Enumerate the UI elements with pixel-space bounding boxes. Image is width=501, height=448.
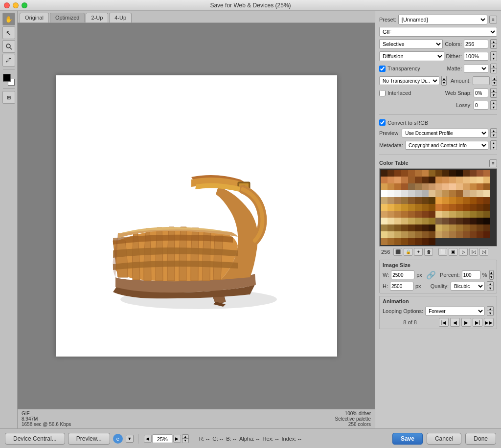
ct-lock-btn[interactable]: 🔒 [404,248,412,256]
color-cell[interactable] [422,170,429,177]
color-cell[interactable] [401,238,408,245]
color-cell[interactable] [470,224,477,231]
cancel-button[interactable]: Cancel [427,433,461,445]
color-cell[interactable] [429,197,435,204]
color-cell[interactable] [483,224,490,231]
color-cell[interactable] [415,170,422,177]
zoom-spinner[interactable]: ▲ ▼ [182,434,189,443]
color-cell[interactable] [401,190,408,197]
color-cell[interactable] [449,231,456,238]
ct-btn4[interactable]: |◁ [469,248,478,256]
anim-first-btn[interactable]: |◀ [439,318,449,327]
color-cell[interactable] [394,224,401,231]
color-cell[interactable] [449,204,456,211]
ct-new-btn[interactable]: + [414,248,423,256]
anim-last-btn[interactable]: ▶▶ [484,318,494,327]
color-cell[interactable] [415,177,422,183]
color-cell[interactable] [470,211,477,218]
color-cell[interactable] [422,238,429,245]
color-cell[interactable] [422,204,429,211]
color-cell[interactable] [429,177,435,183]
quality-up[interactable]: ▲ [487,282,493,286]
color-cell[interactable] [387,170,394,177]
color-cell[interactable] [463,231,470,238]
select-tool[interactable]: ↖ [2,26,15,39]
format-select[interactable]: GIF [379,27,497,37]
color-cell[interactable] [470,197,477,204]
ct-delete-btn[interactable]: 🗑 [424,248,433,256]
color-cell[interactable] [483,177,490,183]
color-cell[interactable] [429,218,435,224]
color-cell[interactable] [387,224,394,231]
color-cell[interactable] [429,231,435,238]
color-cell[interactable] [456,231,463,238]
color-cell[interactable] [401,231,408,238]
color-cell[interactable] [442,197,449,204]
color-cell[interactable] [415,238,422,245]
height-input[interactable] [390,282,413,291]
colors-down[interactable]: ▼ [491,44,497,48]
quality-down[interactable]: ▼ [487,286,493,291]
color-cell[interactable] [470,231,477,238]
color-cell[interactable] [408,177,415,183]
web-snap-down[interactable]: ▼ [491,93,497,97]
dither-spinner[interactable]: ▲ ▼ [490,51,497,61]
color-cell[interactable] [442,224,449,231]
color-cell[interactable] [435,204,442,211]
color-cell[interactable] [408,204,415,211]
matte-down[interactable]: ▼ [491,68,497,73]
no-trans-spinner[interactable]: ▲ ▼ [441,76,447,86]
browser-dropdown[interactable]: ▼ [126,435,134,443]
color-cell[interactable] [449,183,456,190]
matte-select[interactable] [464,64,488,73]
color-cell[interactable] [470,218,477,224]
zoom-in-btn[interactable]: ▶ [173,435,181,443]
color-cell[interactable] [381,177,387,183]
dither-input[interactable] [464,52,488,61]
color-cell[interactable] [401,177,408,183]
color-cell[interactable] [387,183,394,190]
quality-select[interactable]: Bicubic [451,282,485,291]
color-cell[interactable] [387,204,394,211]
color-cell[interactable] [463,177,470,183]
color-cell[interactable] [463,197,470,204]
color-cell[interactable] [456,218,463,224]
color-cell[interactable] [435,197,442,204]
color-cell[interactable] [429,204,435,211]
color-cell[interactable] [415,190,422,197]
tab-original[interactable]: Original [20,13,49,22]
tab-2up[interactable]: 2-Up [86,13,108,22]
color-cell[interactable] [463,211,470,218]
minimize-button[interactable] [13,2,19,8]
ct-btn1[interactable]: ⬜ [438,248,447,256]
tab-optimized[interactable]: Optimized [50,13,85,22]
color-cell[interactable] [401,218,408,224]
color-cell[interactable] [394,218,401,224]
matte-spinner[interactable]: ▲ ▼ [490,64,497,73]
color-mode-select[interactable]: Selective [379,39,443,49]
color-cell[interactable] [387,211,394,218]
color-cell[interactable] [429,183,435,190]
color-cell[interactable] [477,231,483,238]
color-cell[interactable] [422,211,429,218]
percent-input[interactable] [462,270,480,279]
color-cell[interactable] [422,190,429,197]
color-cell[interactable] [415,204,422,211]
color-cell[interactable] [435,211,442,218]
color-cell[interactable] [401,183,408,190]
color-cell[interactable] [449,211,456,218]
color-cell[interactable] [483,218,490,224]
color-cell[interactable] [422,218,429,224]
preset-select[interactable]: [Unnamed] [398,15,487,24]
color-cell[interactable] [483,204,490,211]
zoom-out-btn[interactable]: ◀ [144,435,152,443]
looping-select[interactable]: Forever [425,307,485,315]
color-cell[interactable] [463,224,470,231]
looping-spinner[interactable]: ▲ ▼ [487,306,494,316]
window-controls[interactable] [4,2,27,8]
color-cell[interactable] [435,170,442,177]
web-snap-up[interactable]: ▲ [491,89,497,93]
color-cell[interactable] [401,170,408,177]
percent-up[interactable]: ▲ [490,270,493,275]
color-cell[interactable] [408,231,415,238]
